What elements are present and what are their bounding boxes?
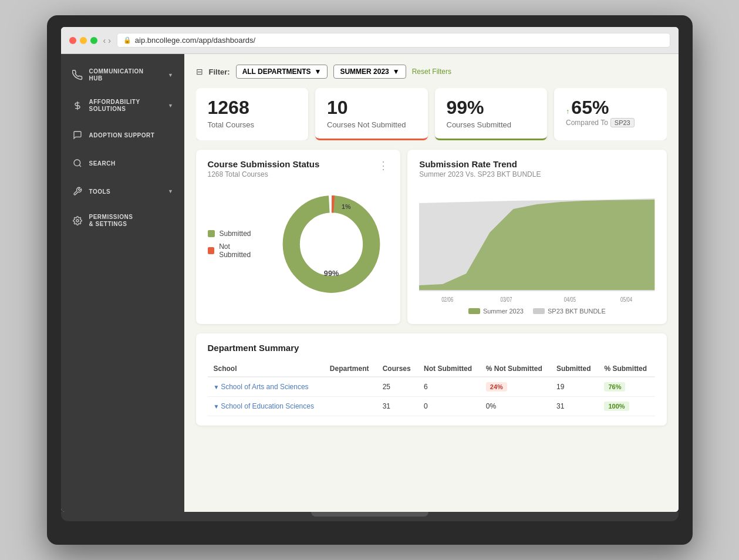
not-submitted-card: 10 Courses Not Submitted <box>315 88 428 140</box>
donut-chart-subtitle: 1268 Total Courses <box>208 170 389 178</box>
svg-text:02/06: 02/06 <box>441 296 453 303</box>
trend-legend-summer: Summer 2023 <box>468 308 524 315</box>
pct-submitted-cell: 76% <box>598 377 654 397</box>
expand-chevron[interactable]: ▼ <box>214 403 221 410</box>
affordability-icon <box>72 100 83 112</box>
communication-hub-icon <box>72 69 83 81</box>
not-submitted-cell: 0 <box>418 397 480 416</box>
tools-icon <box>72 185 83 197</box>
trend-legend: Summer 2023 SP23 BKT BUNDLE <box>419 308 654 315</box>
donut-chart-card: ⋮ Course Submission Status 1268 Total Co… <box>196 150 401 324</box>
legend-submitted: Submitted <box>208 230 263 238</box>
comparison-label: Compared To SP23 <box>566 118 655 127</box>
sidebar-item-label: SEARCH <box>89 160 116 167</box>
forward-arrow[interactable]: › <box>108 36 111 45</box>
lock-icon: 🔒 <box>123 36 131 44</box>
sidebar-item-search[interactable]: SEARCH <box>61 149 184 177</box>
reset-filters-link[interactable]: Reset Filters <box>412 68 451 76</box>
comparison-value: ↑ 65% <box>566 97 655 118</box>
table-row: ▼ School of Arts and Sciences 25 6 24% 1… <box>208 377 655 397</box>
traffic-lights <box>69 37 97 44</box>
trend-chart-subtitle: Summer 2023 Vs. SP23 BKT BUNDLE <box>419 170 654 178</box>
term-filter-label: SUMMER 2023 <box>340 68 389 76</box>
school-name-link[interactable]: School of Arts and Sciences <box>221 383 308 391</box>
submitted-legend-label: Submitted <box>220 230 251 238</box>
filter-icon: ⊟ <box>196 67 203 76</box>
chevron-icon: ▼ <box>168 188 173 194</box>
back-arrow[interactable]: ‹ <box>103 36 106 45</box>
term-chevron-icon: ▼ <box>393 68 400 76</box>
sidebar: COMMUNICATIONHUB ▼ AFFORDABILITYSOLUTION… <box>61 54 184 512</box>
col-courses: Courses <box>377 361 418 377</box>
dept-cell <box>324 377 377 397</box>
svg-point-1 <box>74 160 80 166</box>
svg-text:99%: 99% <box>324 269 339 278</box>
total-courses-card: 1268 Total Courses <box>196 88 309 140</box>
pct-submitted-cell: 100% <box>598 397 654 416</box>
nav-arrows: ‹ › <box>103 36 111 45</box>
sidebar-item-label: TOOLS <box>89 188 111 195</box>
url-bar[interactable]: 🔒 aip.bncollege.com/app/dashboards/ <box>117 33 670 48</box>
app-layout: COMMUNICATIONHUB ▼ AFFORDABILITYSOLUTION… <box>61 54 679 512</box>
total-courses-value: 1268 <box>208 97 297 118</box>
school-cell: ▼ School of Education Sciences <box>208 397 324 416</box>
pct-not-submitted-cell: 24% <box>480 377 551 397</box>
submitted-legend-dot <box>208 230 215 237</box>
not-submitted-legend-label: Not Submitted <box>219 242 262 259</box>
col-pct-submitted: % Submitted <box>598 361 654 377</box>
school-cell: ▼ School of Arts and Sciences <box>208 377 324 397</box>
maximize-button[interactable] <box>90 37 97 44</box>
sidebar-item-communication-hub[interactable]: COMMUNICATIONHUB ▼ <box>61 60 184 90</box>
dept-table: School Department Courses Not Submitted … <box>208 361 655 416</box>
up-arrow-icon: ↑ <box>566 107 571 116</box>
dept-chevron-icon: ▼ <box>315 68 322 76</box>
col-school: School <box>208 361 324 377</box>
sidebar-item-label: AFFORDABILITYSOLUTIONS <box>89 99 140 113</box>
laptop-bottom <box>61 512 679 521</box>
term-filter-select[interactable]: SUMMER 2023 ▼ <box>333 65 406 79</box>
sidebar-item-label: PERMISSIONS& SETTINGS <box>89 214 133 228</box>
submitted-value: 99% <box>447 97 536 118</box>
dept-filter-select[interactable]: ALL DEPARTMENTS ▼ <box>236 65 328 79</box>
trend-chart-title: Submission Rate Trend <box>419 159 654 169</box>
sidebar-item-affordability[interactable]: AFFORDABILITYSOLUTIONS ▼ <box>61 90 184 121</box>
not-submitted-legend-dot <box>208 247 215 254</box>
laptop-frame: ‹ › 🔒 aip.bncollege.com/app/dashboards/ … <box>47 15 693 545</box>
col-not-submitted: Not Submitted <box>418 361 480 377</box>
total-courses-label: Total Courses <box>208 120 297 129</box>
col-pct-not-submitted: % Not Submitted <box>480 361 551 377</box>
comparison-card: ↑ 65% Compared To SP23 <box>554 88 667 140</box>
charts-row: ⋮ Course Submission Status 1268 Total Co… <box>196 150 667 324</box>
table-row: ▼ School of Education Sciences 31 0 0% 3… <box>208 397 655 416</box>
settings-icon <box>72 215 83 227</box>
submitted-cell: 31 <box>551 397 599 416</box>
svg-line-2 <box>79 165 81 167</box>
not-submitted-label: Courses Not Submitted <box>327 120 416 129</box>
laptop-screen: ‹ › 🔒 aip.bncollege.com/app/dashboards/ … <box>61 27 679 512</box>
table-header-row: School Department Courses Not Submitted … <box>208 361 655 377</box>
browser-chrome: ‹ › 🔒 aip.bncollege.com/app/dashboards/ <box>61 27 679 54</box>
laptop-notch <box>311 512 428 517</box>
svg-text:03/07: 03/07 <box>501 296 512 303</box>
dept-table-card: Department Summary School Department Cou… <box>196 333 667 426</box>
sp23-label: SP23 BKT BUNDLE <box>548 308 606 315</box>
dept-cell <box>324 397 377 416</box>
donut-container: Submitted Not Submitted <box>208 185 389 303</box>
col-submitted: Submitted <box>551 361 599 377</box>
svg-text:05/04: 05/04 <box>620 296 632 303</box>
trend-chart-area: 02/06 03/07 04/05 05/04 <box>419 185 654 303</box>
not-submitted-value: 10 <box>327 97 416 118</box>
donut-chart-menu[interactable]: ⋮ <box>378 159 389 172</box>
legend-not-submitted: Not Submitted <box>208 242 263 259</box>
sidebar-item-label: COMMUNICATIONHUB <box>89 68 144 82</box>
donut-chart-title: Course Submission Status <box>208 159 389 169</box>
expand-chevron[interactable]: ▼ <box>214 384 221 390</box>
pct-not-submitted-cell: 0% <box>480 397 551 416</box>
minimize-button[interactable] <box>80 37 87 44</box>
sidebar-item-tools[interactable]: TOOLS ▼ <box>61 177 184 205</box>
sidebar-item-adoption[interactable]: ADOPTION SUPPORT <box>61 121 184 149</box>
school-name-link[interactable]: School of Education Sciences <box>221 402 314 410</box>
sidebar-item-permissions[interactable]: PERMISSIONS& SETTINGS <box>61 205 184 236</box>
close-button[interactable] <box>69 37 76 44</box>
chevron-icon: ▼ <box>168 72 173 78</box>
